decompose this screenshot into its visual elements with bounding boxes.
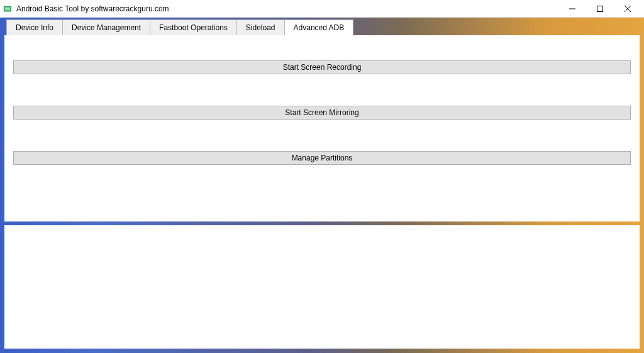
svg-rect-1 — [5, 7, 11, 10]
close-button[interactable] — [614, 0, 641, 18]
tab-fastboot-operations[interactable]: Fastboot Operations — [150, 20, 237, 35]
titlebar: Android Basic Tool by softwarecrackguru.… — [0, 0, 644, 18]
app-icon — [3, 4, 13, 14]
tab-strip: Device Info Device Management Fastboot O… — [0, 18, 644, 35]
main-panel: Start Screen Recording Start Screen Mirr… — [4, 35, 640, 221]
manage-partitions-button[interactable]: Manage Partitions — [13, 151, 631, 165]
svg-rect-3 — [597, 6, 603, 11]
tab-advanced-adb[interactable]: Advanced ADB — [284, 20, 354, 35]
maximize-button[interactable] — [586, 0, 614, 18]
start-screen-mirroring-button[interactable]: Start Screen Mirroring — [13, 106, 631, 120]
window-title: Android Basic Tool by softwarecrackguru.… — [16, 4, 558, 13]
app-body: Device Info Device Management Fastboot O… — [0, 18, 644, 353]
tab-device-info[interactable]: Device Info — [6, 20, 63, 35]
start-screen-recording-button[interactable]: Start Screen Recording — [13, 60, 631, 74]
tab-sideload[interactable]: Sideload — [236, 20, 285, 35]
minimize-button[interactable] — [558, 0, 586, 18]
window-controls — [558, 0, 641, 18]
lower-panel — [4, 225, 640, 349]
tab-device-management[interactable]: Device Management — [62, 20, 150, 35]
